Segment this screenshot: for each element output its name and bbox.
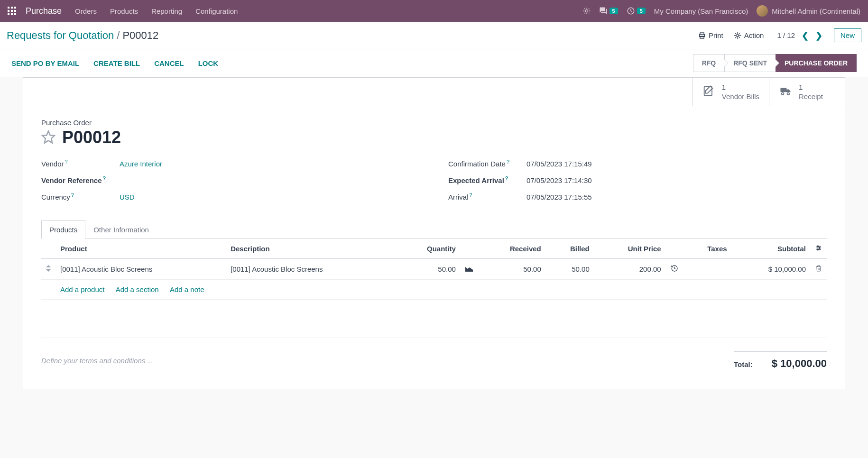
total-value: $ 10,000.00 — [772, 357, 827, 370]
tabs: Products Other Information — [41, 220, 827, 239]
add-product-link[interactable]: Add a product — [60, 285, 104, 293]
col-quantity: Quantity — [396, 239, 461, 259]
cancel-button[interactable]: CANCEL — [154, 59, 184, 67]
cell-unit-price[interactable]: 200.00 — [594, 259, 666, 280]
terms-placeholder[interactable]: Define your terms and conditions ... — [41, 357, 153, 365]
add-section-link[interactable]: Add a section — [116, 285, 159, 293]
help-icon[interactable]: ? — [103, 175, 106, 181]
svg-marker-18 — [43, 131, 55, 143]
help-icon[interactable]: ? — [505, 175, 508, 181]
tab-other-info[interactable]: Other Information — [85, 220, 157, 239]
lock-button[interactable]: LOCK — [198, 59, 219, 67]
delete-row-icon[interactable] — [815, 265, 822, 273]
help-icon[interactable]: ? — [65, 159, 68, 165]
print-button[interactable]: Print — [698, 31, 723, 39]
user-menu[interactable]: Mitchell Admin (Continental) — [757, 5, 860, 17]
svg-marker-26 — [46, 269, 51, 272]
send-po-button[interactable]: SEND PO BY EMAIL — [11, 59, 79, 67]
vendor-value[interactable]: Azure Interior — [120, 160, 420, 168]
new-button[interactable]: New — [834, 28, 861, 42]
tab-products[interactable]: Products — [41, 220, 85, 239]
col-received: Received — [478, 239, 546, 259]
arrival-value: 07/05/2023 17:15:55 — [526, 193, 827, 201]
receipt-count: 1 — [799, 82, 823, 92]
menu-configuration[interactable]: Configuration — [195, 7, 238, 15]
add-note-link[interactable]: Add a note — [170, 285, 204, 293]
forecast-icon[interactable] — [465, 265, 473, 273]
settings-icon[interactable] — [815, 245, 822, 253]
cell-quantity[interactable]: 50.00 — [396, 259, 461, 280]
cell-product[interactable]: [0011] Acoustic Bloc Screens — [55, 259, 226, 280]
apps-icon[interactable] — [8, 7, 16, 15]
pager-next[interactable]: ❯ — [815, 30, 822, 41]
truck-icon — [779, 84, 792, 99]
svg-point-16 — [782, 93, 784, 95]
vendor-ref-label: Vendor Reference? — [41, 175, 120, 184]
breadcrumb-bar: Requests for Quotation / P00012 Print Ac… — [0, 22, 868, 49]
col-product: Product — [55, 239, 226, 259]
cell-taxes[interactable] — [683, 259, 732, 280]
activities-badge: 5 — [637, 8, 646, 14]
col-unit-price: Unit Price — [594, 239, 666, 259]
menu-reporting[interactable]: Reporting — [151, 7, 182, 15]
total-label: Total: — [734, 360, 753, 368]
svg-point-24 — [817, 249, 818, 250]
status-purchase-order[interactable]: PURCHASE ORDER — [776, 54, 857, 72]
vendor-bills-count: 1 — [722, 82, 759, 92]
order-lines-table: Product Description Quantity Received Bi… — [41, 239, 827, 300]
svg-rect-7 — [11, 13, 13, 15]
company-switcher[interactable]: My Company (San Francisco) — [654, 7, 748, 15]
help-icon[interactable]: ? — [71, 192, 74, 198]
status-bar: RFQ RFQ SENT PURCHASE ORDER — [693, 54, 857, 72]
svg-point-14 — [737, 35, 739, 37]
menu-orders[interactable]: Orders — [75, 7, 97, 15]
avatar — [757, 5, 768, 17]
pager-prev[interactable]: ❮ — [802, 30, 809, 41]
expected-value[interactable]: 07/05/2023 17:14:30 — [526, 176, 827, 184]
svg-point-20 — [817, 246, 818, 247]
breadcrumb-sep: / — [117, 29, 120, 42]
cell-description[interactable]: [0011] Acoustic Bloc Screens — [226, 259, 396, 280]
favorite-star-icon[interactable] — [41, 130, 55, 146]
currency-value[interactable]: USD — [120, 193, 420, 201]
pager-text[interactable]: 1 / 12 — [777, 31, 795, 39]
vendor-label: Vendor? — [41, 159, 120, 168]
vendor-bills-label: Vendor Bills — [722, 92, 759, 101]
status-rfq-sent[interactable]: RFQ SENT — [724, 54, 776, 72]
user-name: Mitchell Admin (Continental) — [772, 7, 860, 15]
svg-rect-4 — [11, 10, 13, 12]
svg-rect-3 — [8, 10, 9, 12]
stat-buttons: 1 Vendor Bills 1 Receipt — [23, 78, 845, 106]
receipt-label: Receipt — [799, 92, 823, 101]
activities-icon[interactable]: 5 — [627, 7, 646, 15]
app-brand[interactable]: Purchase — [26, 6, 62, 16]
record-type-label: Purchase Order — [41, 119, 827, 127]
status-rfq[interactable]: RFQ — [693, 54, 725, 72]
print-label: Print — [709, 31, 723, 39]
confirmation-label: Confirmation Date? — [448, 159, 526, 168]
receipt-button[interactable]: 1 Receipt — [769, 78, 845, 106]
table-row[interactable]: [0011] Acoustic Bloc Screens [0011] Acou… — [41, 259, 827, 280]
svg-point-22 — [819, 247, 820, 248]
col-description: Description — [226, 239, 396, 259]
vendor-bills-button[interactable]: 1 Vendor Bills — [692, 78, 769, 106]
help-icon[interactable]: ? — [470, 192, 472, 198]
history-icon[interactable] — [671, 266, 678, 274]
form-sheet: 1 Vendor Bills 1 Receipt Purchase Order … — [23, 77, 845, 389]
help-icon[interactable]: ? — [507, 159, 509, 165]
breadcrumb-parent[interactable]: Requests for Quotation — [7, 29, 114, 42]
debug-icon[interactable] — [583, 7, 591, 15]
menu-products[interactable]: Products — [110, 7, 138, 15]
drag-handle-icon[interactable] — [46, 265, 51, 273]
cell-billed: 50.00 — [546, 259, 594, 280]
col-taxes: Taxes — [683, 239, 732, 259]
svg-rect-6 — [8, 13, 9, 15]
action-button[interactable]: Action — [734, 31, 764, 39]
expected-label: Expected Arrival? — [448, 175, 526, 184]
svg-rect-2 — [14, 7, 16, 9]
breadcrumb-current: P00012 — [122, 29, 158, 42]
messages-icon[interactable]: 5 — [599, 7, 618, 15]
create-bill-button[interactable]: CREATE BILL — [93, 59, 140, 67]
svg-rect-8 — [14, 13, 16, 15]
confirmation-value: 07/05/2023 17:15:49 — [526, 160, 827, 168]
